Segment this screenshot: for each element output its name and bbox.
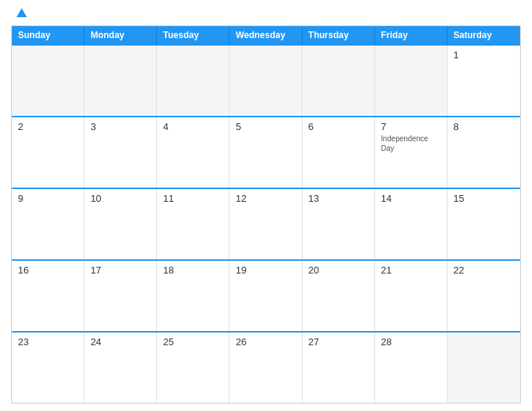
day-cell-w2-d7: 8 xyxy=(448,117,520,188)
day-number: 27 xyxy=(309,336,368,347)
calendar-grid: Sunday Monday Tuesday Wednesday Thursday… xyxy=(11,25,521,404)
day-number: 15 xyxy=(454,193,514,204)
day-cell-w1-d6 xyxy=(375,46,448,116)
day-number: 17 xyxy=(90,265,150,276)
logo-triangle-icon xyxy=(16,8,27,17)
header-wednesday: Wednesday xyxy=(229,26,302,44)
day-cell-w2-d1: 2 xyxy=(12,117,84,188)
day-cell-w1-d7: 1 xyxy=(448,46,520,116)
day-number: 4 xyxy=(163,121,223,132)
day-cell-w3-d2: 10 xyxy=(84,189,157,259)
day-cell-w3-d4: 12 xyxy=(229,189,302,259)
header-sunday: Sunday xyxy=(12,26,84,44)
day-number: 19 xyxy=(235,265,295,276)
day-cell-w3-d5: 13 xyxy=(303,189,375,259)
day-cell-w4-d1: 16 xyxy=(12,261,84,331)
day-cell-w5-d5: 27 xyxy=(303,333,375,403)
day-cell-w2-d5: 6 xyxy=(303,117,375,188)
header-tuesday: Tuesday xyxy=(157,26,229,44)
event-label: Independence Day xyxy=(381,134,441,153)
weeks-container: 1234567Independence Day89101112131415161… xyxy=(12,44,520,403)
day-number: 5 xyxy=(235,121,295,132)
day-cell-w2-d6: 7Independence Day xyxy=(375,117,448,188)
day-cell-w2-d4: 5 xyxy=(229,117,302,188)
day-number: 11 xyxy=(163,193,223,204)
day-cell-w3-d1: 9 xyxy=(12,189,84,259)
day-number: 6 xyxy=(309,121,368,132)
day-cell-w3-d7: 15 xyxy=(448,189,520,259)
day-number: 1 xyxy=(454,49,514,61)
day-number: 9 xyxy=(18,193,78,204)
week-row-1: 1 xyxy=(12,44,520,116)
day-number: 14 xyxy=(381,193,441,204)
day-number: 2 xyxy=(18,121,78,132)
day-cell-w4-d4: 19 xyxy=(229,261,302,331)
day-cell-w5-d7 xyxy=(448,333,520,403)
day-cell-w3-d3: 11 xyxy=(157,189,229,259)
day-headers-row: Sunday Monday Tuesday Wednesday Thursday… xyxy=(12,26,520,44)
logo xyxy=(15,7,27,19)
day-cell-w5-d4: 26 xyxy=(229,333,302,403)
week-row-2: 234567Independence Day8 xyxy=(12,116,520,188)
day-number: 23 xyxy=(18,336,78,347)
day-number: 10 xyxy=(90,193,150,204)
week-row-4: 16171819202122 xyxy=(12,259,520,331)
day-number: 26 xyxy=(235,336,295,347)
week-row-5: 232425262728 xyxy=(12,331,520,403)
header-friday: Friday xyxy=(375,26,448,44)
header-thursday: Thursday xyxy=(303,26,375,44)
day-number: 18 xyxy=(163,265,223,276)
day-number: 7 xyxy=(381,121,441,132)
day-number: 13 xyxy=(309,193,368,204)
day-cell-w5-d2: 24 xyxy=(84,333,157,403)
day-cell-w5-d3: 25 xyxy=(157,333,229,403)
day-cell-w4-d2: 17 xyxy=(84,261,157,331)
day-number: 24 xyxy=(90,336,150,347)
day-number: 12 xyxy=(235,193,295,204)
calendar-container: Sunday Monday Tuesday Wednesday Thursday… xyxy=(0,0,532,411)
header-monday: Monday xyxy=(84,26,157,44)
day-cell-w2-d2: 3 xyxy=(84,117,157,188)
logo-text xyxy=(15,7,27,19)
header-saturday: Saturday xyxy=(448,26,520,44)
day-cell-w1-d1 xyxy=(12,46,84,116)
day-number: 8 xyxy=(454,121,514,132)
day-cell-w5-d1: 23 xyxy=(12,333,84,403)
day-number: 28 xyxy=(381,336,441,347)
day-cell-w4-d5: 20 xyxy=(303,261,375,331)
day-cell-w1-d3 xyxy=(157,46,229,116)
header xyxy=(11,7,521,19)
day-cell-w1-d4 xyxy=(229,46,302,116)
day-cell-w4-d7: 22 xyxy=(448,261,520,331)
day-number: 25 xyxy=(163,336,223,347)
day-number: 20 xyxy=(309,265,368,276)
day-cell-w1-d5 xyxy=(303,46,375,116)
day-cell-w4-d6: 21 xyxy=(375,261,448,331)
day-number: 22 xyxy=(454,265,514,276)
day-cell-w3-d6: 14 xyxy=(375,189,448,259)
week-row-3: 9101112131415 xyxy=(12,188,520,259)
day-cell-w1-d2 xyxy=(84,46,157,116)
day-cell-w4-d3: 18 xyxy=(157,261,229,331)
day-number: 3 xyxy=(90,121,150,132)
day-number: 21 xyxy=(381,265,441,276)
day-cell-w2-d3: 4 xyxy=(157,117,229,188)
day-cell-w5-d6: 28 xyxy=(375,333,448,403)
day-number: 16 xyxy=(18,265,78,276)
